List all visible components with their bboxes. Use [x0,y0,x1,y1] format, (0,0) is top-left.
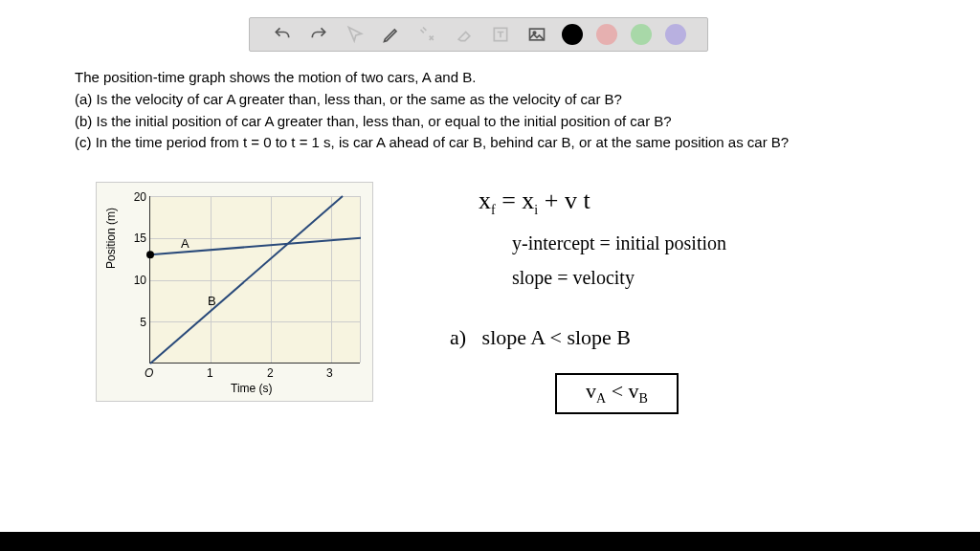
note-slope: slope = velocity [512,267,635,289]
pencil-icon[interactable] [380,23,403,46]
y-tick: 5 [129,316,146,329]
note-intercept: y-intercept = initial position [512,232,726,254]
tools-icon[interactable] [416,23,439,46]
undo-icon[interactable] [271,23,294,46]
x-tick: 1 [207,366,213,380]
color-black[interactable] [562,24,583,45]
position-time-graph: Position (m) Time (s) 20 15 10 5 O 1 2 3… [96,182,373,402]
y-axis-label: Position (m) [104,208,118,269]
eraser-icon[interactable] [453,23,476,46]
problem-statement: The position-time graph shows the motion… [75,67,917,154]
series-b-label: B [208,294,216,308]
y-tick: 20 [129,190,146,204]
color-red[interactable] [596,24,617,45]
answer-a-boxed: vA < vB [555,373,679,414]
problem-part-a: (a) Is the velocity of car A greater tha… [75,89,917,110]
problem-part-c: (c) In the time period from t = 0 to t =… [75,132,917,153]
kinematic-equation: xf = xi + v t [479,187,590,218]
problem-intro: The position-time graph shows the motion… [75,67,917,88]
y-tick: 10 [129,274,146,287]
color-purple[interactable] [665,24,686,45]
problem-part-b: (b) Is the initial position of car A gre… [75,111,917,132]
start-marker [146,251,154,258]
drawing-toolbar [249,17,708,52]
color-green[interactable] [631,24,652,45]
image-icon[interactable] [525,23,548,46]
x-tick: 3 [326,366,333,380]
pointer-icon[interactable] [344,23,367,46]
y-tick: 15 [129,231,146,245]
series-b-line [150,196,343,364]
answer-a: a) slope A < slope B [450,325,631,350]
plot-area: A B [149,196,360,364]
x-tick: O [145,366,153,380]
bottom-bar [0,532,980,551]
x-axis-label: Time (s) [231,382,273,395]
x-tick: 2 [267,366,274,380]
series-a-label: A [181,236,189,251]
text-icon[interactable] [489,23,512,46]
handwritten-work: xf = xi + v t y-intercept = initial posi… [440,187,957,493]
redo-icon[interactable] [307,23,330,46]
